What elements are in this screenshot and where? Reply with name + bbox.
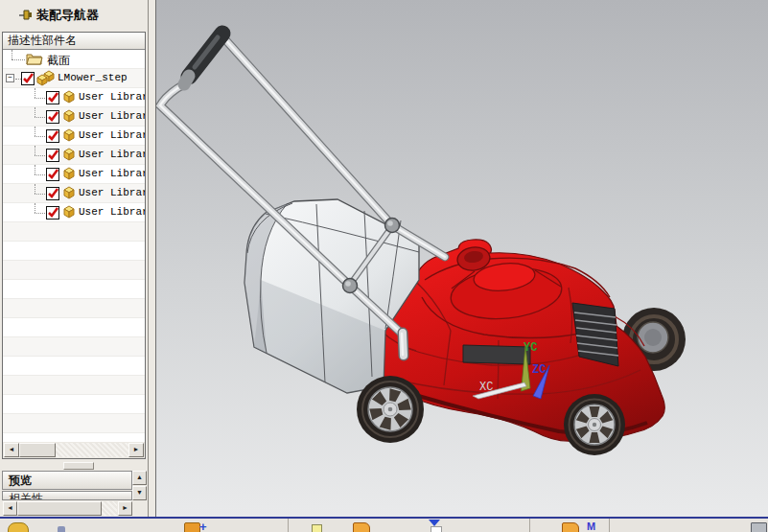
taskbar-app-icon[interactable] — [184, 522, 200, 532]
panel-viewport-splitter[interactable] — [148, 0, 156, 517]
handle-mount-post — [402, 333, 404, 356]
part-cube-icon — [61, 148, 77, 162]
component-label: User Library — [79, 187, 145, 198]
taskbar-app-icon[interactable] — [431, 526, 442, 532]
part-cube-icon — [61, 205, 77, 220]
scroll-thumb[interactable] — [17, 501, 102, 516]
component-label: User Library — [79, 149, 145, 160]
assembly-navigator-panel: 装配导航器 描述性部件名 截面 − — [0, 0, 148, 517]
splitter-grip[interactable] — [63, 462, 94, 470]
assembly-checkbox[interactable] — [21, 72, 35, 85]
taskbar-app-icon[interactable] — [58, 526, 65, 532]
component-checkbox[interactable] — [46, 168, 59, 181]
assembly-tree: 描述性部件名 截面 − — [2, 32, 146, 459]
tree-row-component[interactable]: User Library — [3, 88, 145, 107]
tree-row-component[interactable]: User Library — [3, 146, 145, 165]
component-checkbox[interactable] — [46, 91, 59, 104]
taskbar-app-icon[interactable] — [312, 524, 322, 532]
scroll-left-button[interactable]: ◄ — [3, 501, 17, 516]
viewport-3d[interactable]: YC ZC XC — [156, 0, 768, 517]
tree-guide-line — [12, 59, 25, 60]
tree-row-component[interactable]: User Library — [3, 184, 145, 203]
engine-vents — [572, 303, 618, 366]
taskbar-app-icon[interactable] — [8, 522, 29, 532]
tree-row-assembly[interactable]: − — [3, 69, 145, 88]
column-header-part-name[interactable]: 描述性部件名 — [3, 33, 145, 50]
component-label: User Library — [79, 110, 145, 122]
part-cube-icon — [61, 186, 77, 200]
component-label: User Library — [79, 168, 145, 179]
scroll-left-button[interactable]: ◄ — [4, 443, 19, 457]
taskbar-window-icon[interactable] — [751, 522, 767, 532]
scroll-right-button[interactable]: ► — [118, 501, 132, 516]
taskbar-arrow-icon[interactable] — [429, 520, 440, 526]
part-cube-icon — [61, 109, 77, 124]
panel-title-bar: 装配导航器 — [0, 0, 148, 29]
panel-title: 装配导航器 — [36, 7, 99, 24]
tree-horizontal-scrollbar[interactable]: ◄ ► — [3, 442, 145, 458]
assembly-label: LMower_step — [58, 72, 128, 83]
part-cube-icon — [61, 90, 77, 104]
pin-icon[interactable] — [19, 8, 34, 22]
wcs-y-label: YC — [524, 341, 537, 355]
wcs-z-label: ZC — [532, 363, 546, 377]
scroll-right-button[interactable]: ► — [128, 443, 144, 457]
component-checkbox[interactable] — [46, 110, 59, 124]
assembly-icon — [36, 70, 55, 86]
engine-base-housing — [463, 345, 530, 364]
tree-rows: 截面 − — [3, 50, 145, 442]
tree-row-component[interactable]: User Library — [3, 203, 145, 222]
section-label: 截面 — [47, 53, 70, 69]
nx-application-window: 装配导航器 描述性部件名 截面 − — [0, 0, 768, 532]
preview-section-header[interactable]: 预览 — [2, 471, 132, 490]
component-checkbox[interactable] — [46, 149, 59, 162]
taskbar-folder-icon[interactable] — [562, 522, 579, 532]
component-label: User Library — [79, 91, 145, 103]
lawn-mower-model: YC ZC XC — [156, 0, 768, 517]
component-checkbox[interactable] — [46, 129, 59, 143]
scroll-down-button[interactable]: ▼ — [132, 486, 147, 500]
tree-row-component[interactable]: User Library — [3, 107, 145, 127]
scroll-thumb[interactable] — [19, 443, 56, 457]
bottom-horizontal-scrollbar[interactable]: ◄ ► — [2, 501, 132, 517]
taskbar-add-icon[interactable]: + — [199, 521, 209, 532]
tree-row-component[interactable]: User Library — [3, 165, 145, 184]
front-right-wheel — [564, 394, 625, 455]
tree-guide-line — [12, 50, 12, 59]
open-folder-icon — [26, 52, 43, 66]
taskbar-app-icon[interactable]: M — [587, 521, 600, 531]
tree-row-component[interactable]: User Library — [3, 127, 145, 146]
taskbar-folder-icon[interactable] — [353, 522, 370, 532]
panel-splitter[interactable] — [2, 461, 146, 470]
dependencies-section-header[interactable]: 相关性 — [2, 491, 132, 500]
tree-row-section[interactable]: 截面 — [3, 50, 145, 69]
scroll-up-button[interactable]: ▲ — [132, 471, 147, 485]
component-checkbox[interactable] — [46, 187, 59, 200]
component-checkbox[interactable] — [46, 206, 59, 220]
part-cube-icon — [61, 128, 77, 143]
component-label: User Library — [79, 206, 145, 218]
component-label: User Library — [79, 129, 145, 141]
collapse-expander[interactable]: − — [6, 74, 14, 82]
part-cube-icon — [61, 167, 77, 181]
bottom-taskbar: + M — [0, 517, 768, 532]
rear-left-wheel — [357, 376, 424, 443]
wcs-x-label: XC — [479, 381, 493, 394]
